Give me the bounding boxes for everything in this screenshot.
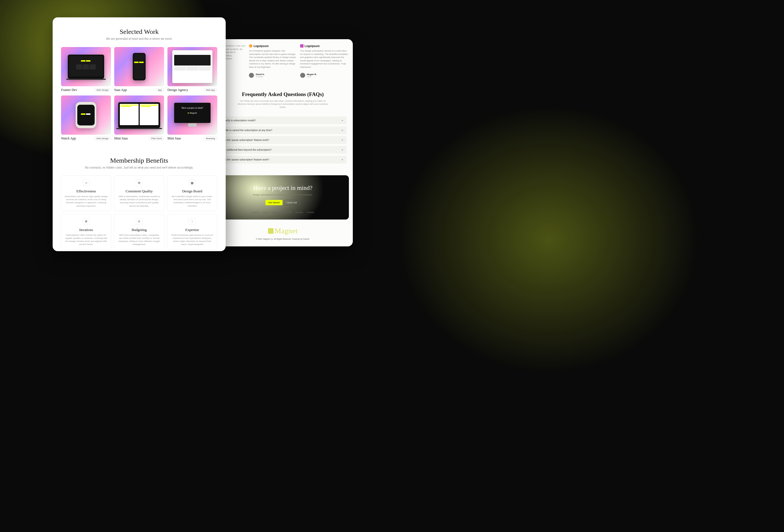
avatar: [300, 73, 305, 78]
portfolio-badge: Web Design: [94, 137, 111, 140]
portfolio-thumb: Have a project in mind?■ Magnet: [167, 95, 217, 135]
portfolio-card[interactable]: Watch AppWeb Design: [61, 95, 111, 141]
brand-logo-b: Logoipsum: [300, 44, 348, 48]
portfolio-card[interactable]: Mint SaasPitch Deck: [114, 95, 164, 141]
expand-icon: +: [342, 119, 343, 122]
testimonial-card: Logoipsum The design subscription servic…: [300, 44, 348, 78]
watch-mockup-icon: [76, 102, 96, 128]
benefit-card: ⁘ Expertise Small businesses gain access…: [167, 214, 217, 250]
layers-icon: ≣: [83, 218, 90, 225]
selected-work-heading: Selected Work: [61, 28, 217, 35]
benefits-section: Membership Benefits No contracts, no hid…: [61, 157, 217, 250]
portfolio-thumb: [61, 95, 111, 135]
social-link[interactable]: Lemn: [263, 212, 268, 213]
faq-heading: Frequently Asked Questions (FAQs): [219, 91, 347, 97]
benefit-title: Effectiveness: [64, 189, 108, 194]
primary-page-panel: Selected Work We are generalist at heart…: [53, 17, 226, 251]
grid-icon: ⁘: [189, 218, 195, 225]
brand-mark-icon: [268, 228, 274, 234]
portfolio-title: Design Agency: [167, 88, 188, 92]
cta-subtitle: Design subscriptions for everyone, pause…: [222, 194, 343, 196]
testimonial-text: The design subscription service is a mus…: [300, 49, 348, 69]
expand-icon: +: [342, 129, 343, 132]
benefit-card: ☆ Effectiveness Subscribers can access h…: [61, 175, 111, 211]
benefit-desc: With fixed subscription rates, companies…: [117, 233, 161, 246]
faq-item[interactable]: exactly is subscription model?+: [219, 116, 347, 124]
testimonial-text: As a freelance graphic designer, this su…: [249, 49, 297, 69]
laptop-mockup-icon: [118, 102, 160, 128]
benefits-grid: ☆ Effectiveness Subscribers can access h…: [61, 175, 217, 250]
expand-icon: +: [342, 148, 343, 151]
portfolio-card[interactable]: Framer DevWeb Design: [61, 47, 111, 92]
benefit-title: Iterations: [64, 228, 108, 232]
expand-icon: +: [342, 138, 343, 142]
social-link[interactable]: LinkedIn: [296, 212, 303, 213]
benefit-desc: With a subscription, businesses receive …: [117, 195, 161, 207]
cta-banner: Have a project in mind? Design subscript…: [217, 175, 349, 220]
testimonial-author: David K. Founder: [249, 73, 297, 78]
portfolio-badge: App: [156, 88, 164, 92]
benefit-desc: Subscriptions often include the option f…: [64, 233, 108, 246]
portfolio-card[interactable]: Have a project in mind?■ Magnet Mint Saa…: [167, 95, 217, 141]
portfolio-title: Framer Dev: [61, 88, 77, 92]
social-link[interactable]: Twitter/X: [251, 212, 259, 213]
phone-mockup-icon: [133, 53, 146, 80]
benefit-title: Consistent Quality: [117, 189, 161, 194]
portfolio-thumb: [114, 47, 164, 86]
selected-work-subtitle: We are generalist at heart and this is w…: [61, 37, 217, 40]
portfolio-badge: Web App: [204, 88, 217, 92]
benefit-card: ▦ Design Board Add unlimited design task…: [167, 175, 217, 211]
faq-section: Frequently Asked Questions (FAQs) Our FA…: [213, 91, 353, 164]
faq-item[interactable]: oes the 'pause subscription' feature wor…: [219, 156, 347, 164]
star-icon: ☆: [83, 179, 90, 186]
book-call-button[interactable]: Book Call: [284, 200, 300, 205]
benefit-desc: Add unlimited design tasks to your board…: [170, 195, 214, 207]
benefits-heading: Membership Benefits: [61, 157, 217, 164]
testimonial-card: Logoipsum As a freelance graphic designe…: [249, 44, 297, 78]
portfolio-card[interactable]: Saas AppApp: [114, 47, 164, 92]
expand-icon: +: [342, 158, 343, 161]
benefit-desc: Small businesses gain access to a pool o…: [170, 233, 214, 246]
faq-list: exactly is subscription model?+ ssible t…: [219, 116, 347, 164]
portfolio-badge: Pitch Deck: [149, 137, 164, 140]
portfolio-title: Saas App: [114, 88, 127, 92]
social-link[interactable]: Instagram: [272, 212, 281, 213]
faq-item[interactable]: ere additional fees beyond the subscript…: [219, 146, 347, 154]
social-link[interactable]: Dribbble: [307, 212, 314, 213]
benefit-desc: Subscribers can access high-quality desi…: [64, 195, 108, 207]
monitor-mockup-icon: Have a project in mind?■ Magnet: [174, 103, 211, 128]
portfolio-thumb: [61, 47, 111, 86]
faq-item[interactable]: ssible to cancel the subscription at any…: [219, 126, 347, 134]
brand-logo-a: Logoipsum: [249, 44, 297, 48]
money-icon: ⊙: [136, 218, 142, 225]
portfolio-title: Mint Saas: [167, 136, 181, 141]
portfolio-card[interactable]: Design AgencyWeb App: [167, 47, 217, 92]
social-links: Twitter/X Lemn Instagram Youtube LinkedI…: [222, 212, 343, 213]
testimonial-author: Megan R. CEO: [300, 73, 348, 78]
footer-logo: Magnet: [213, 227, 353, 235]
portfolio-grid: Framer DevWeb Design Saas AppApp Design …: [61, 47, 217, 141]
get-started-button[interactable]: Get Started: [265, 200, 282, 205]
portfolio-thumb: [167, 47, 217, 86]
benefits-subtitle: No contracts, no hidden costs. Just tell…: [61, 166, 217, 169]
board-icon: ▦: [189, 179, 195, 186]
secondary-page-panel: sign subscription s new, and it's approa…: [213, 39, 353, 246]
portfolio-thumb: [114, 95, 164, 135]
cog-icon: ⚙: [136, 179, 142, 186]
benefit-card: ⚙ Consistent Quality With a subscription…: [114, 175, 164, 211]
cta-heading: Have a project in mind?: [222, 184, 343, 192]
benefit-card: ⊙ Budgeting With fixed subscription rate…: [114, 214, 164, 250]
copyright: © 2024, Magnet Co. All Rights Reserved. …: [213, 238, 353, 245]
benefit-title: Design Board: [170, 189, 214, 194]
faq-item[interactable]: oes the 'pause subscription' feature wor…: [219, 136, 347, 144]
testimonials-row: sign subscription s new, and it's approa…: [213, 39, 353, 78]
portfolio-badge: Web Design: [94, 88, 111, 92]
avatar: [249, 73, 254, 78]
portfolio-title: Watch App: [61, 136, 76, 141]
benefit-title: Budgeting: [117, 228, 161, 232]
faq-subtitle: Our FAQs are here to provide you with cl…: [236, 100, 329, 109]
portfolio-title: Mint Saas: [114, 136, 128, 141]
laptop-mockup-icon: [68, 55, 104, 79]
social-link[interactable]: Youtube: [284, 212, 291, 213]
portfolio-badge: Branding: [204, 137, 217, 140]
